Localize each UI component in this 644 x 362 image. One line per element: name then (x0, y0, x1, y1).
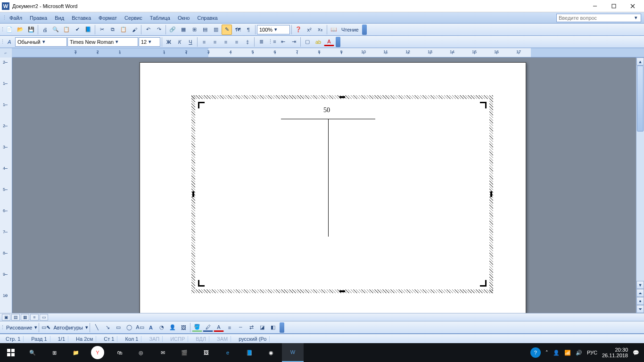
drawing-toolbar-icon[interactable]: ✎ (222, 25, 232, 35)
tables-borders-icon[interactable]: ▦ (178, 25, 189, 35)
print-preview-icon[interactable]: 🔍 (50, 25, 61, 35)
read-mode-icon[interactable]: 📖 (329, 25, 339, 35)
italic-icon[interactable]: К (174, 37, 185, 47)
underline-icon[interactable]: Ч (185, 37, 196, 47)
line-color-icon[interactable]: 🖊 (203, 323, 213, 332)
subscript-icon[interactable]: x₂ (315, 25, 325, 35)
line-style-icon[interactable]: ≡ (224, 322, 235, 333)
copy-icon[interactable]: ⧉ (107, 25, 118, 35)
drawing-text[interactable]: 50 (323, 107, 330, 114)
chevron-down-icon[interactable]: ▾ (633, 15, 639, 21)
toolbar-overflow-icon[interactable] (280, 322, 284, 333)
arrow-icon[interactable]: ↘ (102, 322, 113, 333)
minimize-button[interactable] (586, 0, 604, 12)
photos-icon[interactable]: 🖼 (195, 343, 217, 362)
drawing-line[interactable] (328, 119, 329, 237)
picture-icon[interactable]: 🖼 (178, 322, 189, 333)
toolbar-grip-icon[interactable]: ⋮ (1, 37, 4, 47)
chevron-down-icon[interactable]: ▾ (34, 324, 37, 330)
zoom-combo[interactable]: 100%▾ (257, 25, 290, 34)
excel-icon[interactable]: ▤ (200, 25, 210, 35)
research-icon[interactable]: 📘 (83, 25, 93, 35)
horizontal-ruler[interactable]: 3211234567891011121314151617 (12, 48, 644, 57)
diagram-icon[interactable]: ◔ (157, 322, 167, 333)
numbered-list-icon[interactable]: ≣ (256, 37, 266, 47)
vertical-ruler[interactable]: 211234567891011 (0, 58, 12, 313)
crop-corner-icon[interactable] (198, 102, 205, 108)
mail-icon[interactable]: ✉ (152, 343, 173, 362)
oval-icon[interactable]: ◯ (124, 322, 134, 333)
size-combo[interactable]: 12▾ (139, 37, 160, 47)
menu-file[interactable]: Файл (6, 14, 26, 22)
increase-indent-icon[interactable]: ⇥ (289, 37, 299, 47)
doc-map-icon[interactable]: 🗺 (232, 25, 243, 35)
decrease-indent-icon[interactable]: ⇤ (278, 37, 288, 47)
search-icon[interactable]: 🔍 (22, 343, 43, 362)
clipart-icon[interactable]: 👤 (167, 322, 178, 333)
print-icon[interactable]: 🖨 (40, 25, 50, 35)
word-taskbar-icon[interactable]: W (282, 343, 304, 362)
menu-edit[interactable]: Правка (26, 14, 51, 22)
toolbar-overflow-icon[interactable] (362, 25, 367, 35)
status-ovr[interactable]: ЗАМ (214, 336, 231, 342)
film-icon[interactable]: 🎬 (173, 343, 195, 362)
ask-input[interactable] (559, 15, 633, 21)
web-layout-icon[interactable]: ▤ (11, 314, 20, 321)
redo-icon[interactable]: ↷ (154, 25, 164, 35)
fill-color-icon[interactable]: 🪣 (192, 323, 202, 332)
show-marks-icon[interactable]: ¶ (243, 25, 254, 35)
spellcheck-icon[interactable]: ✔ (72, 25, 83, 35)
autoshapes-menu[interactable]: Автофигуры (51, 325, 85, 330)
menu-window[interactable]: Окно (174, 14, 194, 22)
browse-object-icon[interactable]: ● (636, 297, 644, 305)
status-ext[interactable]: ВДЛ (193, 336, 209, 342)
cut-icon[interactable]: ✂ (97, 25, 107, 35)
style-combo[interactable]: Обычный▾ (15, 37, 67, 47)
resize-handle[interactable] (339, 96, 345, 98)
drawing-menu[interactable]: Рисование (4, 325, 34, 330)
format-painter-icon[interactable]: 🖌 (129, 25, 140, 35)
yandex-icon[interactable]: Y (91, 346, 104, 359)
justify-icon[interactable]: ≡ (231, 37, 242, 47)
document-scroll-area[interactable]: 50 ▲ ▼ ⏶ ● ⏷ (12, 58, 644, 313)
chevron-down-icon[interactable]: ▾ (116, 39, 118, 45)
status-trk[interactable]: ИСПР (167, 336, 188, 342)
vertical-scrollbar[interactable]: ▲ ▼ ⏶ ● ⏷ (636, 58, 644, 313)
textbox-icon[interactable]: A▭ (135, 322, 145, 333)
task-view-icon[interactable]: ⊞ (43, 343, 65, 362)
close-button[interactable] (623, 0, 642, 12)
chevron-down-icon[interactable]: ▾ (149, 39, 151, 45)
resize-handle[interactable] (339, 290, 345, 292)
next-page-icon[interactable]: ⏷ (636, 305, 644, 313)
open-icon[interactable]: 📂 (15, 25, 25, 35)
chrome-icon[interactable]: ◉ (260, 343, 282, 362)
chevron-down-icon[interactable]: ▾ (42, 39, 45, 45)
notifications-icon[interactable]: 💬 (633, 350, 639, 356)
crop-corner-icon[interactable] (198, 280, 205, 287)
reading-layout-icon[interactable]: ▭ (40, 314, 48, 321)
hp-icon[interactable]: ◎ (130, 343, 152, 362)
styles-pane-icon[interactable]: A (4, 37, 15, 47)
shadow-icon[interactable]: ◪ (257, 322, 267, 333)
menu-table[interactable]: Таблица (146, 14, 174, 22)
start-button[interactable] (0, 343, 22, 362)
new-doc-icon[interactable]: 📄 (4, 25, 15, 35)
rectangle-icon[interactable]: ▭ (113, 322, 124, 333)
normal-view-icon[interactable]: ▣ (2, 314, 10, 321)
bulleted-list-icon[interactable]: ⋮≡ (267, 37, 277, 47)
scroll-down-icon[interactable]: ▼ (636, 281, 644, 289)
help-icon[interactable]: ❓ (293, 25, 304, 35)
wordart-icon[interactable]: A (146, 322, 156, 333)
crop-corner-icon[interactable] (480, 280, 487, 287)
tab-selector-icon[interactable]: ⌐ (0, 48, 12, 58)
paste-icon[interactable]: 📋 (118, 25, 129, 35)
select-objects-icon[interactable]: ▭⬉ (41, 322, 51, 333)
borders-icon[interactable]: ▢ (302, 37, 313, 47)
scroll-thumb[interactable] (637, 66, 644, 132)
wifi-icon[interactable]: 📶 (564, 350, 571, 356)
save-icon[interactable]: 💾 (26, 25, 36, 35)
font-color-icon[interactable]: A (214, 323, 224, 332)
status-language[interactable]: русский (Ро (236, 336, 270, 342)
help-tray-icon[interactable]: ? (530, 347, 541, 358)
crop-corner-icon[interactable] (480, 102, 487, 108)
